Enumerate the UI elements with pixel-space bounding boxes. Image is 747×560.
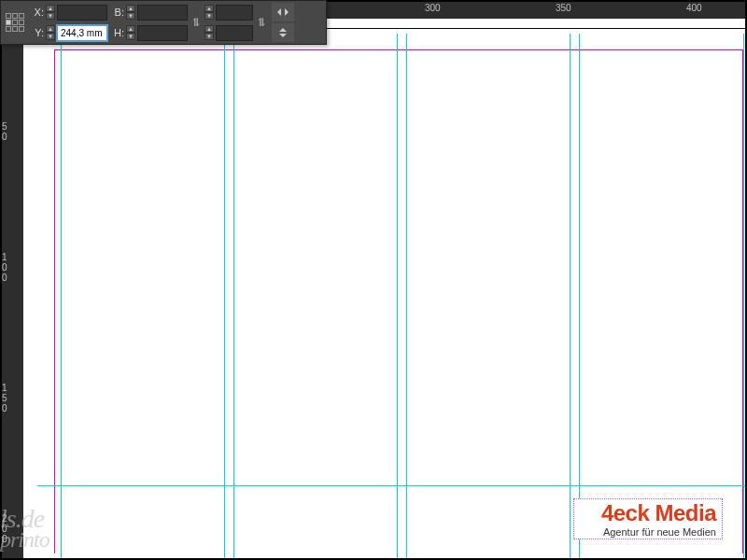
column-guide[interactable] <box>224 34 225 560</box>
y-stepper[interactable]: ▲▼ <box>46 25 55 40</box>
ruler-left-mark: 50 <box>2 121 7 142</box>
link-scale-icon[interactable]: ⥮ <box>255 16 268 29</box>
w-stepper[interactable]: ▲▼ <box>126 5 135 20</box>
w-label: B: <box>111 7 124 18</box>
logo-subtitle: Agentur für neue Medien <box>580 526 716 538</box>
margin-guide <box>54 49 743 553</box>
flip-horizontal-icon <box>275 7 290 18</box>
scale-x-stepper[interactable]: ▲▼ <box>204 5 214 20</box>
link-wh-icon[interactable]: ⥮ <box>190 16 203 29</box>
x-input[interactable] <box>57 5 107 21</box>
h-label: H: <box>111 27 124 38</box>
document-canvas[interactable]: 4eck Media Agentur für neue Medien <box>23 19 747 560</box>
column-guide[interactable] <box>61 34 62 560</box>
y-input[interactable] <box>57 25 107 41</box>
flip-horizontal-button[interactable] <box>272 3 294 21</box>
column-guide[interactable] <box>743 34 744 560</box>
ruler-vertical[interactable]: 50 100 150 200 <box>0 19 23 560</box>
flip-vertical-icon <box>275 27 290 38</box>
ruler-top-mark: 350 <box>556 3 571 13</box>
h-stepper[interactable]: ▲▼ <box>126 25 135 40</box>
logo-text-frame[interactable]: 4eck Media Agentur für neue Medien <box>573 498 723 539</box>
transform-panel: X: ▲▼ Y: ▲▼ B: ▲▼ H: ▲▼ ⥮ ▲▼ ▲▼ <box>0 0 327 45</box>
x-stepper[interactable]: ▲▼ <box>46 5 55 20</box>
column-guide[interactable] <box>406 34 407 560</box>
scale-y-stepper[interactable]: ▲▼ <box>204 25 214 40</box>
logo-title: 4eck Media <box>580 502 716 525</box>
row-guide[interactable] <box>37 485 747 486</box>
column-guide[interactable] <box>397 34 398 560</box>
ruler-left-mark: 150 <box>2 383 7 413</box>
column-guide[interactable] <box>579 34 580 560</box>
x-label: X: <box>31 7 44 18</box>
watermark-line2: printo <box>0 530 49 551</box>
y-label: Y: <box>31 27 44 38</box>
flip-vertical-button[interactable] <box>272 23 294 42</box>
ruler-top-mark: 400 <box>686 3 702 13</box>
ruler-top-mark: 300 <box>425 3 441 13</box>
h-input[interactable] <box>137 25 188 41</box>
column-guide[interactable] <box>570 34 571 560</box>
watermark: ls.de printo <box>0 507 49 551</box>
w-input[interactable] <box>137 5 188 21</box>
column-guide[interactable] <box>233 34 234 560</box>
ruler-left-mark: 100 <box>2 252 7 283</box>
reference-point-picker[interactable] <box>1 4 29 41</box>
scale-x-input[interactable] <box>216 5 253 21</box>
scale-y-input[interactable] <box>216 25 253 41</box>
